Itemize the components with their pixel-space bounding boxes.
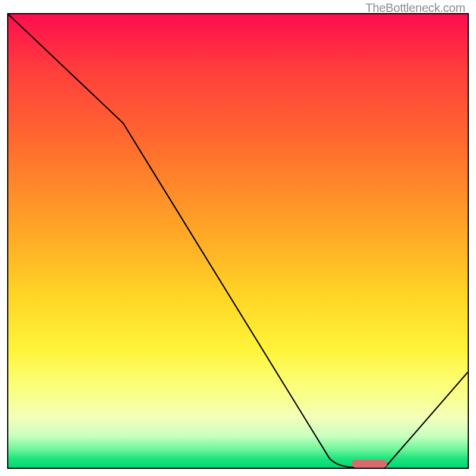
bottleneck-curve (8, 14, 468, 468)
optimal-range-marker (352, 460, 387, 468)
chart-container: TheBottleneck.com (0, 0, 476, 476)
chart-overlay (8, 14, 468, 468)
plot-area (7, 13, 469, 469)
